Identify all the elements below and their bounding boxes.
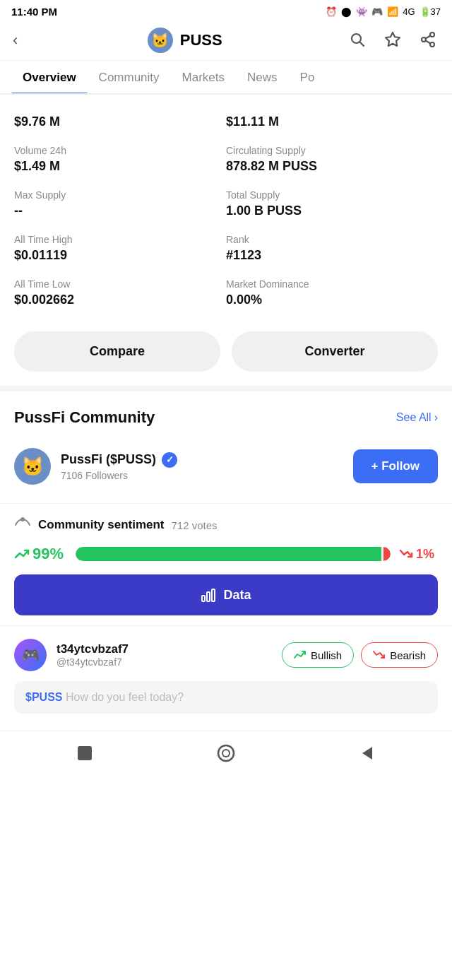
post-input-placeholder: How do you feel today? bbox=[66, 691, 184, 703]
svg-point-8 bbox=[21, 518, 24, 521]
compare-button[interactable]: Compare bbox=[14, 331, 220, 372]
content: $9.76 M $11.11 M Volume 24h $1.49 M Circ… bbox=[0, 95, 452, 714]
tabs: Overview Community Markets News Po bbox=[0, 61, 452, 95]
tab-markets[interactable]: Markets bbox=[171, 61, 236, 93]
section-divider bbox=[0, 386, 452, 391]
game-icon: 🎮 bbox=[371, 6, 383, 17]
bottom-nav bbox=[0, 731, 452, 778]
post-username: t34ytcvbzaf7 bbox=[56, 642, 272, 656]
tab-community[interactable]: Community bbox=[88, 61, 171, 93]
svg-line-7 bbox=[426, 35, 431, 38]
stat-value-market-cap-left: $9.76 M bbox=[14, 114, 226, 129]
bullish-icon bbox=[294, 649, 307, 661]
post-avatar: 🎮 bbox=[14, 639, 47, 671]
svg-marker-2 bbox=[386, 33, 400, 46]
battery-label: 🔋37 bbox=[420, 6, 441, 17]
stat-atl: All Time Low $0.002662 bbox=[14, 271, 226, 316]
post-input-ticker: $PUSS bbox=[25, 691, 62, 703]
bull-trend-icon bbox=[14, 546, 30, 562]
post-user-row: 🎮 t34ytcvbzaf7 @t34ytcvbzaf7 Bullish bbox=[14, 639, 438, 671]
stat-total-supply: Total Supply 1.00 B PUSS bbox=[226, 182, 438, 227]
tab-news[interactable]: News bbox=[236, 61, 289, 93]
post-handle: @t34ytcvbzaf7 bbox=[56, 656, 272, 668]
sentiment-bar-row: 99% 1% bbox=[14, 545, 438, 563]
status-icons: ⏰ ⬤ 👾 🎮 📶 4G 🔋37 bbox=[326, 6, 441, 17]
signal-icon: 📶 bbox=[387, 6, 398, 17]
coin-icon: 🐱 bbox=[148, 28, 173, 53]
back-button[interactable]: ‹ bbox=[13, 28, 23, 52]
sentiment-bar-fill bbox=[76, 547, 381, 561]
stat-value-total-supply: 1.00 B PUSS bbox=[226, 203, 438, 218]
stat-label-total-supply: Total Supply bbox=[226, 189, 438, 201]
alarm-icon: ⏰ bbox=[326, 6, 337, 17]
stat-label-atl: All Time Low bbox=[14, 278, 226, 290]
stat-volume: Volume 24h $1.49 M bbox=[14, 138, 226, 182]
stat-value-dominance: 0.00% bbox=[226, 293, 438, 307]
sentiment-icon bbox=[14, 516, 31, 533]
data-button[interactable]: Data bbox=[14, 574, 438, 615]
header: ‹ 🐱 PUSS bbox=[0, 22, 452, 61]
svg-line-6 bbox=[426, 40, 431, 43]
sentiment-votes: 712 votes bbox=[172, 519, 218, 531]
chevron-right-icon: › bbox=[434, 411, 438, 424]
stat-label-rank: Rank bbox=[226, 234, 438, 245]
star-button[interactable] bbox=[381, 28, 404, 53]
stat-value-volume: $1.49 M bbox=[14, 159, 226, 174]
community-section: PussFi Community See All › 🐱 PussFi ($PU… bbox=[0, 391, 452, 503]
nav-square-button[interactable] bbox=[74, 743, 95, 764]
stat-value-max-supply: -- bbox=[14, 203, 226, 218]
bullish-button[interactable]: Bullish bbox=[282, 642, 354, 668]
community-header: PussFi Community See All › bbox=[14, 408, 438, 427]
data-chart-icon bbox=[201, 587, 216, 603]
svg-point-13 bbox=[218, 745, 234, 761]
svg-rect-11 bbox=[212, 589, 215, 601]
coin-name: PUSS bbox=[180, 31, 222, 49]
follow-button[interactable]: + Follow bbox=[353, 449, 438, 483]
stat-label-max-supply: Max Supply bbox=[14, 189, 226, 201]
post-actions: Bullish Bearish bbox=[282, 642, 438, 668]
post-input-text: $PUSS How do you feel today? bbox=[25, 691, 184, 703]
community-avatar: 🐱 bbox=[14, 448, 51, 485]
community-item-left: 🐱 PussFi ($PUSS) ✓ 7106 Followers bbox=[14, 448, 177, 485]
svg-rect-12 bbox=[78, 746, 92, 760]
converter-button[interactable]: Converter bbox=[232, 331, 438, 372]
share-button[interactable] bbox=[417, 28, 439, 53]
action-buttons: Compare Converter bbox=[0, 321, 452, 386]
triangle-icon bbox=[357, 743, 378, 764]
stat-label-ath: All Time High bbox=[14, 234, 226, 245]
bear-trend-icon bbox=[399, 547, 413, 561]
svg-rect-9 bbox=[202, 596, 205, 601]
nav-back-button[interactable] bbox=[357, 743, 378, 764]
see-all-link[interactable]: See All › bbox=[396, 411, 438, 424]
community-name: PussFi ($PUSS) ✓ bbox=[61, 452, 177, 468]
bearish-button[interactable]: Bearish bbox=[361, 642, 438, 668]
bearish-icon bbox=[373, 649, 386, 661]
header-title: 🐱 PUSS bbox=[148, 28, 222, 53]
community-followers: 7106 Followers bbox=[61, 470, 177, 481]
stat-value-rank: #1123 bbox=[226, 248, 438, 263]
stat-market-cap-left: $9.76 M bbox=[14, 107, 226, 138]
stat-label-dominance: Market Dominance bbox=[226, 278, 438, 290]
sentiment-bear-pct: 1% bbox=[399, 547, 438, 562]
header-actions bbox=[346, 28, 439, 53]
network-label: 4G bbox=[403, 6, 415, 17]
stat-label-circulating-supply: Circulating Supply bbox=[226, 145, 438, 156]
community-item: 🐱 PussFi ($PUSS) ✓ 7106 Followers + Foll… bbox=[14, 441, 438, 492]
nav-home-button[interactable] bbox=[215, 743, 237, 764]
verified-badge: ✓ bbox=[162, 452, 177, 468]
svg-rect-10 bbox=[207, 592, 210, 601]
sentiment-bar-track bbox=[76, 547, 391, 561]
data-btn-label: Data bbox=[223, 588, 251, 603]
status-time: 11:40 PM bbox=[11, 6, 57, 18]
stats-grid: $9.76 M $11.11 M Volume 24h $1.49 M Circ… bbox=[0, 95, 452, 321]
sentiment-label: Community sentiment bbox=[38, 518, 165, 532]
tab-portfolio[interactable]: Po bbox=[289, 61, 326, 93]
stat-value-atl: $0.002662 bbox=[14, 293, 226, 307]
tab-overview[interactable]: Overview bbox=[11, 61, 88, 93]
stat-value-ath: $0.01119 bbox=[14, 248, 226, 263]
sentiment-section: Community sentiment 712 votes 99% bbox=[0, 503, 452, 625]
stat-value-market-cap-right: $11.11 M bbox=[226, 114, 438, 129]
post-input-row[interactable]: $PUSS How do you feel today? bbox=[14, 681, 438, 714]
search-button[interactable] bbox=[346, 28, 369, 53]
discord-icon: 👾 bbox=[356, 6, 367, 17]
